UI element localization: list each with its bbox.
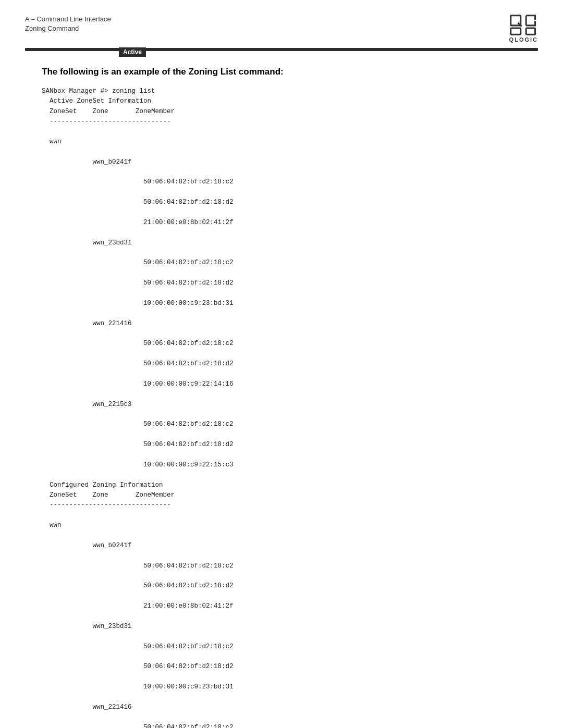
svg-rect-3	[511, 28, 521, 34]
qlogic-logo-icon	[510, 15, 537, 35]
header-left: A – Command Line Interface Zoning Comman…	[25, 15, 111, 33]
header-title: A – Command Line Interface	[25, 15, 111, 24]
logo-text: QLOGIC	[509, 36, 538, 43]
svg-rect-4	[526, 28, 535, 34]
logo-container: QLOGIC	[509, 15, 538, 43]
active-label: Active	[119, 47, 146, 57]
page: A – Command Line Interface Zoning Comman…	[0, 0, 563, 728]
code-block: SANbox Manager #> zoning list Active Zon…	[42, 87, 521, 728]
section-heading: The following is an example of the Zonin…	[42, 67, 521, 77]
header-subtitle: Zoning Command	[25, 24, 111, 33]
main-content: The following is an example of the Zonin…	[0, 51, 563, 728]
header: A – Command Line Interface Zoning Comman…	[0, 0, 563, 43]
